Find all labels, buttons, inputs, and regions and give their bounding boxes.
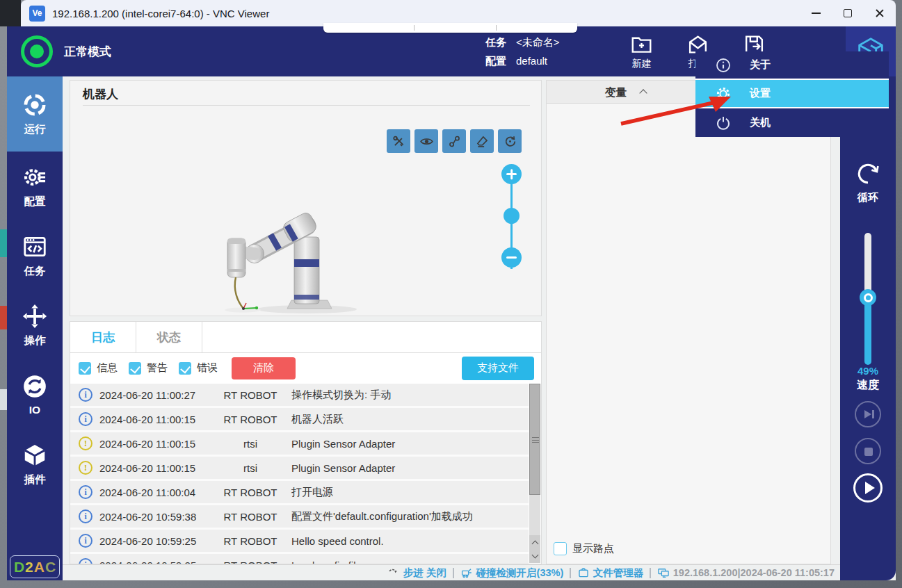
move-arrows-icon bbox=[22, 303, 48, 329]
path-nodes-icon bbox=[447, 134, 462, 149]
zoom-slider-handle[interactable] bbox=[504, 208, 520, 224]
sidebar-item-run[interactable]: 运行 bbox=[7, 76, 63, 152]
scrollbar-thumb[interactable] bbox=[529, 384, 540, 495]
speed-label: 速度 bbox=[840, 378, 896, 393]
divider bbox=[570, 568, 571, 578]
run-target-icon bbox=[22, 92, 48, 118]
tool-visibility-button[interactable] bbox=[414, 129, 438, 153]
filter-warning-checkbox[interactable] bbox=[129, 362, 141, 375]
tool-settings-button[interactable] bbox=[387, 129, 410, 153]
file-manager-button[interactable]: 文件管理器 bbox=[577, 566, 644, 580]
log-list[interactable]: i2024-06-20 11:00:27RT ROBOT操作模式切换为: 手动 … bbox=[70, 384, 529, 564]
zoom-in-button[interactable] bbox=[501, 164, 522, 184]
log-row[interactable]: i2024-06-20 11:00:27RT ROBOT操作模式切换为: 手动 bbox=[70, 384, 529, 408]
badge-letter: A bbox=[34, 559, 45, 575]
step-next-button[interactable] bbox=[855, 401, 881, 427]
vnc-toolbar-handle[interactable] bbox=[323, 23, 577, 33]
warning-icon: ! bbox=[79, 461, 92, 475]
log-row[interactable]: i2024-06-20 10:59:38RT ROBOT配置文件'default… bbox=[70, 505, 529, 530]
file-manager-icon bbox=[577, 566, 590, 579]
loop-label: 循环 bbox=[840, 191, 896, 204]
left-sidebar: 运行 配置 任务 操作 bbox=[7, 76, 63, 580]
robot-arm-3d-view[interactable] bbox=[216, 209, 362, 315]
new-task-button[interactable]: 新建 bbox=[613, 26, 670, 76]
sidebar-item-label: 任务 bbox=[24, 264, 46, 279]
new-folder-icon bbox=[629, 33, 654, 56]
plugin-cube-icon bbox=[22, 442, 48, 468]
eye-icon bbox=[419, 134, 434, 149]
maximize-button[interactable] bbox=[832, 0, 864, 26]
collision-detection-status[interactable]: 碰撞检测开启(33%) bbox=[460, 566, 564, 580]
sidebar-item-io[interactable]: IO bbox=[7, 360, 63, 430]
tab-log[interactable]: 日志 bbox=[70, 322, 136, 352]
stop-button[interactable] bbox=[855, 438, 881, 464]
sidebar-item-label: IO bbox=[29, 404, 40, 416]
scroll-up-button[interactable] bbox=[529, 535, 540, 549]
tool-erase-button[interactable] bbox=[470, 129, 494, 153]
task-code-icon bbox=[22, 234, 48, 260]
clear-log-button[interactable]: 清除 bbox=[232, 357, 296, 379]
step-mode-status[interactable]: 步进 关闭 bbox=[387, 566, 446, 580]
log-row[interactable]: i2024-06-20 11:00:15RT ROBOT机器人活跃 bbox=[70, 408, 529, 432]
step-arrow-icon bbox=[387, 566, 400, 579]
log-row[interactable]: !2024-06-20 11:00:15rtsiPlugin Sensor Ad… bbox=[70, 432, 529, 457]
task-value: <未命名> bbox=[516, 36, 560, 48]
annotation-arrow-to-settings bbox=[615, 90, 737, 129]
tool-reset-view-button[interactable] bbox=[498, 129, 522, 153]
scrollbar-grip-icon bbox=[532, 437, 539, 443]
log-row[interactable]: i2024-06-20 10:59:25RT ROBOTHello speed … bbox=[70, 530, 529, 554]
desktop-icon-fragment bbox=[0, 306, 7, 329]
close-button[interactable] bbox=[864, 0, 896, 26]
log-row[interactable]: i2024-06-20 10:59:25RT ROBOTLoad config … bbox=[70, 554, 529, 564]
filter-info-checkbox[interactable] bbox=[79, 362, 91, 375]
config-label: 配置 bbox=[485, 55, 506, 67]
sidebar-item-config[interactable]: 配置 bbox=[7, 152, 63, 221]
speed-slider[interactable] bbox=[864, 233, 871, 365]
status-bar: 步进 关闭 碰撞检测开启(33%) 文件管理器 192.168.1.200|20… bbox=[63, 564, 840, 580]
rotate-icon bbox=[503, 134, 517, 149]
config-gear-icon bbox=[22, 164, 48, 190]
maximize-icon bbox=[844, 9, 852, 17]
loop-mode-button[interactable]: 循环 bbox=[840, 161, 896, 204]
tool-trajectory-button[interactable] bbox=[442, 129, 466, 153]
info-icon: i bbox=[79, 485, 92, 499]
sidebar-item-jog[interactable]: 操作 bbox=[7, 291, 63, 360]
task-label: 任务 bbox=[485, 36, 506, 48]
mode-status-icon[interactable] bbox=[21, 35, 53, 67]
sidebar-item-plugin[interactable]: 插件 bbox=[7, 430, 63, 499]
d2ac-badge[interactable]: D2AC bbox=[10, 555, 60, 578]
sidebar-item-label: 配置 bbox=[24, 195, 46, 209]
sidebar-item-label: 运行 bbox=[24, 122, 46, 137]
scroll-down-button[interactable] bbox=[529, 549, 540, 563]
menu-item-about[interactable]: 关于 bbox=[695, 51, 889, 80]
play-button[interactable] bbox=[853, 473, 883, 503]
right-sidebar: 循环 49% 速度 bbox=[840, 76, 896, 580]
filter-error-checkbox[interactable] bbox=[179, 362, 191, 375]
desktop-icon-fragment bbox=[0, 229, 7, 257]
slider-track-lower bbox=[864, 295, 871, 365]
tools-icon bbox=[392, 134, 406, 149]
info-icon: i bbox=[79, 558, 92, 564]
connection-address-time: 192.168.1.200|2024-06-20 11:05:17 bbox=[657, 566, 835, 579]
desktop-background bbox=[0, 0, 21, 26]
zoom-out-button[interactable] bbox=[501, 247, 522, 268]
collision-icon bbox=[460, 566, 473, 579]
sidebar-item-task[interactable]: 任务 bbox=[7, 221, 63, 291]
log-row[interactable]: i2024-06-20 11:00:04RT ROBOT打开电源 bbox=[70, 481, 529, 505]
toolbar-tick bbox=[496, 25, 497, 31]
log-scrollbar[interactable] bbox=[529, 384, 540, 563]
config-value: default bbox=[516, 55, 547, 67]
slider-handle[interactable] bbox=[860, 289, 876, 306]
log-panel: 日志 状态 信息 警告 错误 清除 支持文件 i2024-06-20 11:00… bbox=[70, 321, 542, 564]
show-waypoints-checkbox[interactable] bbox=[554, 542, 567, 555]
eraser-icon bbox=[475, 134, 490, 149]
support-files-button[interactable]: 支持文件 bbox=[462, 357, 534, 380]
monitor-icon bbox=[657, 566, 670, 579]
log-row[interactable]: !2024-06-20 11:00:15rtsiPlugin Sensor Ad… bbox=[70, 457, 529, 481]
minimize-button[interactable] bbox=[800, 0, 832, 26]
filter-error-label: 错误 bbox=[197, 361, 218, 375]
variables-panel: 变量 显示路点 bbox=[546, 80, 831, 564]
window-title: 192.168.1.200 (intel-corei7-64:0) - VNC … bbox=[52, 8, 269, 19]
info-icon bbox=[715, 57, 732, 74]
tab-status[interactable]: 状态 bbox=[136, 322, 202, 352]
